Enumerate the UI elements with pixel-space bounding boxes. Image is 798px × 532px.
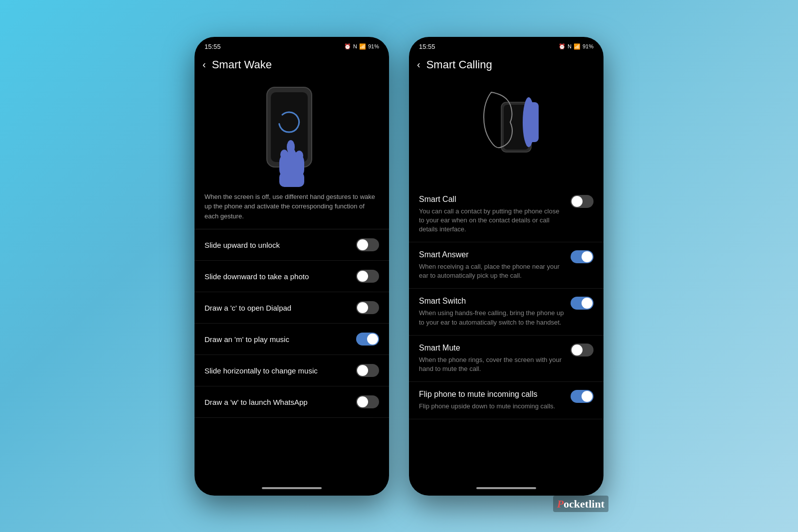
smart-wake-description: When the screen is off, use different ha… [195, 192, 389, 230]
toggle-flip-mute[interactable] [571, 390, 594, 403]
smart-mute-row: Smart Mute When the phone rings, cover t… [409, 336, 603, 382]
left-battery: 91% [368, 43, 379, 49]
smart-answer-desc: When receiving a call, place the phone n… [419, 262, 565, 280]
svg-point-4 [280, 150, 288, 160]
toggle-slide-h[interactable] [356, 364, 379, 377]
pocketlint-branding: Pocketlint [553, 498, 608, 511]
svg-point-5 [288, 149, 296, 159]
smart-wake-illustration [195, 77, 389, 192]
setting-row-slide-up: Slide upward to unlock [195, 229, 389, 261]
right-phone: 15:55 ⏰ N 📶 91% ‹ Smart Calling [409, 37, 603, 496]
left-back-arrow[interactable]: ‹ [202, 59, 206, 70]
left-page-title: Smart Wake [212, 58, 272, 71]
toggle-smart-switch[interactable] [571, 297, 594, 310]
setting-row-draw-c: Draw a 'c' to open Dialpad [195, 292, 389, 324]
setting-row-slide-h: Slide horizontally to change music [195, 355, 389, 386]
toggle-slide-up[interactable] [356, 238, 379, 251]
left-home-indicator [195, 481, 389, 496]
svg-point-6 [295, 151, 303, 161]
left-top-bar: ‹ Smart Wake [195, 54, 389, 77]
flip-mute-title: Flip phone to mute incoming calls [419, 390, 565, 399]
toggle-smart-call[interactable] [571, 195, 594, 208]
setting-row-draw-m: Draw an 'm' to play music [195, 324, 389, 355]
right-status-bar: 15:55 ⏰ N 📶 91% [409, 37, 603, 54]
right-top-bar: ‹ Smart Calling [409, 54, 603, 77]
right-time: 15:55 [419, 43, 435, 50]
toggle-draw-w[interactable] [356, 395, 379, 408]
smart-switch-row: Smart Switch When using hands-free calli… [409, 289, 603, 335]
smart-call-desc: You can call a contact by putting the ph… [419, 207, 565, 234]
toggle-smart-answer[interactable] [571, 250, 594, 263]
right-phone-content: Smart Call You can call a contact by put… [409, 77, 603, 481]
smart-mute-desc: When the phone rings, cover the screen w… [419, 355, 565, 373]
left-status-icons: ⏰ N 📶 91% [344, 43, 379, 50]
svg-rect-14 [526, 102, 539, 142]
svg-rect-7 [279, 172, 304, 187]
smart-call-title: Smart Call [419, 195, 565, 204]
right-page-title: Smart Calling [426, 58, 492, 71]
smart-switch-desc: When using hands-free calling, bring the… [419, 309, 565, 327]
smart-mute-title: Smart Mute [419, 344, 565, 353]
right-back-arrow[interactable]: ‹ [417, 59, 420, 70]
toggle-draw-m[interactable] [356, 333, 379, 346]
right-status-icons: ⏰ N 📶 91% [559, 43, 594, 50]
toggle-smart-mute[interactable] [571, 344, 594, 356]
left-phone: 15:55 ⏰ N 📶 91% ‹ Smart Wake [195, 37, 389, 496]
toggle-draw-c[interactable] [356, 301, 379, 314]
flip-mute-desc: Flip phone upside down to mute incoming … [419, 402, 565, 411]
setting-row-draw-w: Draw a 'w' to launch WhatsApp [195, 386, 389, 418]
right-battery: 91% [583, 43, 594, 49]
setting-row-slide-down: Slide downward to take a photo [195, 261, 389, 292]
left-status-bar: 15:55 ⏰ N 📶 91% [195, 37, 389, 54]
left-time: 15:55 [204, 43, 221, 50]
smart-answer-title: Smart Answer [419, 250, 565, 259]
smart-answer-row: Smart Answer When receiving a call, plac… [409, 242, 603, 289]
right-home-indicator [409, 481, 603, 496]
smart-call-row: Smart Call You can call a contact by put… [409, 187, 603, 243]
flip-mute-row: Flip phone to mute incoming calls Flip p… [409, 382, 603, 419]
smart-calling-illustration [409, 77, 603, 187]
toggle-slide-down[interactable] [356, 270, 379, 283]
smart-switch-title: Smart Switch [419, 297, 565, 306]
left-phone-content: When the screen is off, use different ha… [195, 77, 389, 481]
